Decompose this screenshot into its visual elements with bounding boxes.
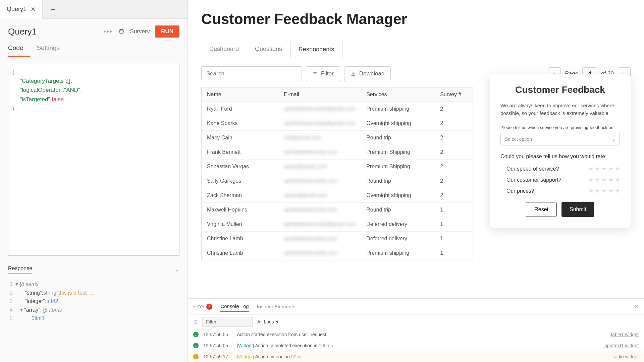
- tab-respondents[interactable]: Respondents: [290, 41, 342, 58]
- chevron-down-icon[interactable]: ⌄: [175, 266, 179, 273]
- th-services[interactable]: Services: [361, 87, 435, 102]
- feedback-title: Customer Feedback: [500, 84, 620, 95]
- cell-service: Premium shipping: [361, 246, 435, 260]
- tab-dashboard[interactable]: Dashboard: [201, 41, 247, 58]
- rate-question: Could you please tell us how you would r…: [500, 154, 620, 160]
- rating-support-stars[interactable]: ★★★★★: [588, 177, 620, 183]
- run-button[interactable]: RUN: [155, 25, 179, 38]
- th-survey[interactable]: Survey #: [435, 87, 473, 102]
- log-time: 12:57:56.05: [203, 343, 232, 348]
- code-editor[interactable]: { "CategoryTargets":[], "logicalOperator…: [8, 63, 179, 256]
- close-icon[interactable]: ✕: [31, 6, 36, 13]
- submit-button[interactable]: Submit: [561, 202, 594, 217]
- cell-name: Virginia Mullen: [202, 217, 279, 232]
- response-header[interactable]: Response ⌄: [0, 262, 187, 277]
- log-row: ✓12:57:56.05Action started execution fro…: [188, 329, 644, 340]
- cell-email: rob@gmail.com: [279, 131, 361, 145]
- cell-name: Christine Lamb: [202, 246, 279, 260]
- log-source[interactable]: radio.widget: [613, 354, 639, 359]
- cell-email: aprileblankenship.com: [279, 232, 361, 246]
- close-icon[interactable]: ✕: [634, 303, 639, 310]
- log-row: !12:57:55.17[Widget] Action timeout in 9…: [188, 351, 644, 362]
- tab-query1[interactable]: Query1 ✕: [0, 0, 43, 19]
- table-row[interactable]: Christine Lambaprileblankenship.comDefer…: [202, 232, 473, 246]
- caret-down-icon: ▾: [276, 319, 278, 324]
- status-icon: ✓: [193, 343, 199, 348]
- tab-console[interactable]: Console Log: [220, 301, 249, 312]
- tab-inspect[interactable]: Inspect Elements: [257, 302, 296, 311]
- tab-code[interactable]: Code: [8, 40, 30, 57]
- filter-button[interactable]: Filter: [306, 66, 340, 81]
- cell-survey: 2: [435, 145, 473, 160]
- table-row[interactable]: Zack Shermanaprile@gmail.comOvernight sh…: [202, 188, 473, 203]
- status-icon: ✓: [193, 332, 199, 337]
- cell-survey: 2: [435, 102, 473, 116]
- cell-service: Premium Shipping: [361, 145, 435, 160]
- cell-survey: 1: [435, 217, 473, 232]
- rating-speed-stars[interactable]: ★★★★★: [588, 166, 620, 172]
- cell-email: aprileblankenship@gmail.com: [279, 116, 361, 131]
- cell-survey: 1: [435, 246, 473, 260]
- download-label: Download: [359, 70, 385, 77]
- cell-name: Ryan Ford: [202, 102, 279, 116]
- clear-icon[interactable]: ⊘: [193, 319, 198, 325]
- rating-speed-label: Our speed of service?: [506, 166, 559, 172]
- cell-email: aprileblankenship@gmail.com: [279, 102, 361, 116]
- table-row[interactable]: Christine Lambaprileblankenship.comPremi…: [202, 246, 473, 260]
- more-icon[interactable]: •••: [104, 28, 113, 36]
- search-input[interactable]: [201, 66, 302, 81]
- th-email[interactable]: E-mail: [279, 87, 361, 102]
- table-row[interactable]: Sebastian Vargasaprile@gmail.comPremium …: [202, 160, 473, 174]
- table-row[interactable]: Macy Cainrob@gmail.comRound trip2: [202, 131, 473, 145]
- tab-questions[interactable]: Questions: [247, 41, 290, 58]
- cell-service: Premium shipping: [361, 102, 435, 116]
- cell-service: Overnight shipping: [361, 188, 435, 203]
- database-icon[interactable]: [118, 28, 125, 35]
- cell-service: Overnight shipping: [361, 116, 435, 131]
- cell-email: aprileblankenship.com: [279, 174, 361, 188]
- log-row: ✓12:57:56.05[Widget] Action completed ex…: [188, 340, 644, 351]
- cell-service: Round trip: [361, 131, 435, 145]
- log-type-select[interactable]: All Logs▾: [257, 319, 278, 324]
- cell-service: Premium Shipping: [361, 160, 435, 174]
- tab-error[interactable]: Error8: [193, 301, 212, 312]
- response-label: Response: [8, 265, 32, 274]
- table-row[interactable]: Sally Gallegosaprileblankenship.comRound…: [202, 174, 473, 188]
- service-select[interactable]: Select option ⌄: [500, 133, 620, 145]
- log-time: 12:57:55.17: [203, 354, 232, 359]
- db-label: Survery: [130, 28, 150, 35]
- tab-add[interactable]: +: [43, 5, 63, 14]
- cell-survey: 1: [435, 203, 473, 217]
- cell-survey: 2: [435, 131, 473, 145]
- reset-button[interactable]: Reset: [526, 202, 557, 217]
- download-button[interactable]: Download: [344, 66, 391, 81]
- cell-service: Deferred delivery: [361, 217, 435, 232]
- tab-settings[interactable]: Settings: [37, 40, 66, 57]
- table-row[interactable]: Virginia Mullenaprileblankenship@gmail.c…: [202, 217, 473, 232]
- cell-survey: 2: [435, 188, 473, 203]
- page-title: Customer Feedback Manager: [201, 11, 631, 27]
- feedback-intro: We are always keen to improve our servic…: [500, 102, 620, 117]
- log-time: 12:57:56.05: [203, 332, 232, 337]
- table-row[interactable]: Frank Bennettaprileblankenship.comPremiu…: [202, 145, 473, 160]
- log-filter-input[interactable]: [202, 317, 253, 327]
- table-row[interactable]: Kane Sparksaprileblankenship@gmail.comOv…: [202, 116, 473, 131]
- th-name[interactable]: Name: [202, 87, 279, 102]
- cell-name: Maxwell Hopkins: [202, 203, 279, 217]
- cell-name: Macy Cain: [202, 131, 279, 145]
- log-source[interactable]: table1.widget: [611, 332, 639, 337]
- rating-prices-stars[interactable]: ★★★★★: [588, 188, 620, 194]
- cell-name: Kane Sparks: [202, 116, 279, 131]
- table-row[interactable]: Ryan Fordaprileblankenship@gmail.comPrem…: [202, 102, 473, 116]
- table-row[interactable]: Maxwell Hopkinsaprileblankenship.comRoun…: [202, 203, 473, 217]
- tab-label: Query1: [7, 6, 26, 13]
- cell-email: aprileblankenship.com: [279, 145, 361, 160]
- cell-email: aprileblankenship.com: [279, 246, 361, 260]
- cell-name: Sebastian Vargas: [202, 160, 279, 174]
- status-icon: !: [193, 354, 199, 359]
- log-source[interactable]: inputtext1.widget: [603, 343, 639, 348]
- query-tabs: Query1 ✕ +: [0, 0, 187, 19]
- cell-service: Round trip: [361, 203, 435, 217]
- cell-email: aprile@gmail.com: [279, 188, 361, 203]
- rating-prices-label: Our prices?: [506, 188, 534, 194]
